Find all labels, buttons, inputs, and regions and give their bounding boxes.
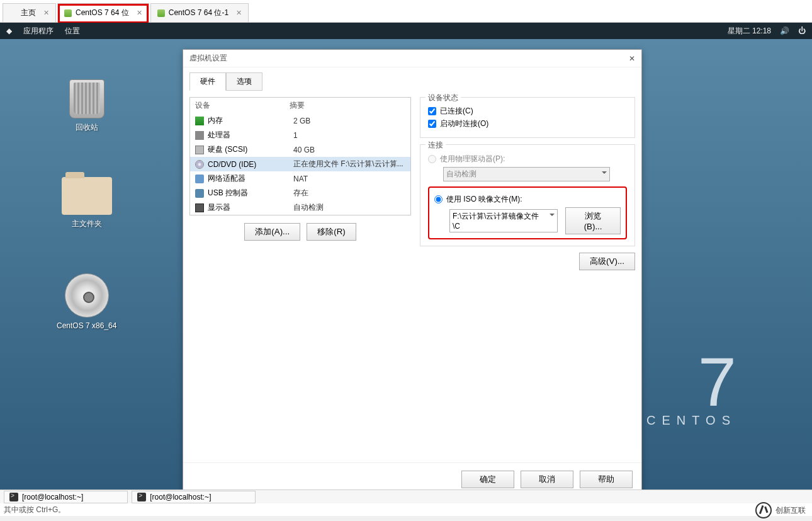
folder-icon [62,177,112,215]
hardware-row[interactable]: 网络适配器NAT [190,171,410,186]
terminal-icon [137,493,146,501]
task-terminal-2[interactable]: [root@localhost:~] [132,491,256,503]
col-device: 设备 [195,100,290,111]
device-summary: NAT [293,175,405,183]
tab-vm-2-label: CentOS 7 64 位-1 [169,8,228,18]
tab-vm-1-label: CentOS 7 64 位 [76,8,129,18]
chk-connected-label: 已连接(C) [440,106,473,117]
remove-button[interactable]: 移除(R) [307,223,356,241]
device-icon [195,189,204,198]
desktop-icon-cdrom[interactable]: CentOS 7 x86_64 [57,273,116,330]
hardware-row[interactable]: CD/DVD (IDE)正在使用文件 F:\云计算\云计算... [190,157,410,171]
hardware-row[interactable]: 处理器1 [190,128,410,142]
dialog-titlebar: 虚拟机设置 ✕ [183,50,641,67]
task-terminal-1[interactable]: [root@localhost:~] [4,491,128,503]
home-label: 主文件夹 [72,219,102,229]
tab-home[interactable]: 主页 ✕ [3,3,56,22]
physical-drive-select: 自动检测 [443,167,610,181]
desktop-icon-trash[interactable]: 回收站 [69,79,104,133]
chk-connect-start-label: 启动时连接(O) [440,118,488,129]
radio-physical-row[interactable]: 使用物理驱动器(P): [428,154,627,164]
menu-applications[interactable]: 应用程序 [23,26,54,37]
close-icon[interactable]: ✕ [137,9,142,17]
trash-icon [69,79,104,118]
radio-iso-row[interactable]: 使用 ISO 映像文件(M): [434,194,621,205]
col-summary: 摘要 [290,100,405,111]
close-icon[interactable]: ✕ [629,54,635,63]
hardware-row[interactable]: 显示器自动检测 [190,200,410,215]
vmware-tab-bar: 主页 ✕ CentOS 7 64 位 ✕ CentOS 7 64 位-1 ✕ [0,0,812,23]
gnome-top-bar: ◆ 应用程序 位置 星期二 12:18 🔊 ⏻ [0,23,812,39]
ok-button[interactable]: 确定 [461,471,514,488]
device-summary: 正在使用文件 F:\云计算\云计算... [293,159,405,169]
status-text: 其中或按 Ctrl+G。 [4,505,65,514]
chk-connected-input[interactable] [428,107,436,115]
device-name: 显示器 [208,202,230,213]
cdrom-icon [65,273,109,318]
hardware-row[interactable]: USB 控制器存在 [190,186,410,200]
radio-iso-label: 使用 ISO 映像文件(M): [446,194,522,205]
dialog-title: 虚拟机设置 [189,53,227,64]
tab-vm-2[interactable]: CentOS 7 64 位-1 ✕ [150,3,249,22]
centos-branding: 7 CENTOS [646,354,736,428]
host-taskbar: [root@localhost:~] [root@localhost:~] [0,490,812,503]
close-icon[interactable]: ✕ [43,9,49,17]
tab-hardware[interactable]: 硬件 [189,72,226,91]
chk-connect-start-input[interactable] [428,120,436,128]
task-label-1: [root@localhost:~] [22,493,83,501]
hardware-list: 设备 摘要 内存2 GB处理器1硬盘 (SCSI)40 GBCD/DVD (ID… [189,97,411,215]
device-summary: 自动检测 [293,202,405,213]
iso-path-select[interactable]: F:\云计算\云计算镜像文件\C [449,209,558,232]
task-label-2: [root@localhost:~] [150,493,211,501]
iso-section-highlight: 使用 ISO 映像文件(M): F:\云计算\云计算镜像文件\C 浏览(B)..… [428,186,627,239]
radio-iso[interactable] [434,195,443,203]
home-icon [9,9,17,17]
device-summary: 2 GB [293,117,405,125]
terminal-icon [9,493,18,501]
device-icon [195,160,204,169]
device-name: 硬盘 (SCSI) [208,144,247,155]
device-icon [195,203,204,212]
vm-desktop: ◆ 应用程序 位置 星期二 12:18 🔊 ⏻ 回收站 主文件夹 CentOS … [0,23,812,503]
tab-options[interactable]: 选项 [226,72,262,91]
cancel-button[interactable]: 取消 [521,471,573,488]
status-bar: 其中或按 Ctrl+G。 [0,503,812,516]
brand-watermark: 创新互联 [755,502,806,518]
vm-icon [157,9,165,17]
gnome-apps-icon: ◆ [6,26,12,35]
menu-places[interactable]: 位置 [65,26,80,37]
radio-physical [428,155,436,163]
device-icon [195,131,204,140]
desktop-icon-home[interactable]: 主文件夹 [62,177,112,229]
group-device-status: 设备状态 已连接(C) 启动时连接(O) [420,97,635,138]
brand-text: 创新互联 [775,505,806,516]
centos-seven: 7 [646,354,736,409]
browse-button[interactable]: 浏览(B)... [565,207,621,234]
network-icon[interactable]: 🔊 [780,26,789,35]
centos-name: CENTOS [646,413,736,428]
vm-icon [64,9,72,17]
volume-icon[interactable]: ⏻ [798,26,806,35]
device-name: 内存 [208,115,223,126]
legend-connection: 连接 [426,140,446,151]
device-summary: 存在 [293,188,405,198]
add-button[interactable]: 添加(A)... [244,223,300,241]
device-summary: 1 [293,131,405,140]
brand-logo-icon [755,502,772,518]
help-button[interactable]: 帮助 [580,471,633,488]
dialog-tabs: 硬件 选项 [183,67,641,91]
hardware-row[interactable]: 硬盘 (SCSI)40 GB [190,142,410,157]
device-icon [195,117,204,125]
clock-label[interactable]: 星期二 12:18 [728,26,771,37]
close-icon[interactable]: ✕ [236,9,242,17]
tab-vm-1[interactable]: CentOS 7 64 位 ✕ [57,3,149,22]
device-icon [195,146,204,154]
checkbox-connect-at-start[interactable]: 启动时连接(O) [428,118,627,129]
checkbox-connected[interactable]: 已连接(C) [428,106,627,117]
advanced-button[interactable]: 高级(V)... [579,253,635,270]
device-name: USB 控制器 [208,188,248,198]
device-name: 网络适配器 [208,173,245,184]
hardware-row[interactable]: 内存2 GB [190,113,410,128]
trash-label: 回收站 [76,122,98,133]
device-name: 处理器 [208,130,230,140]
